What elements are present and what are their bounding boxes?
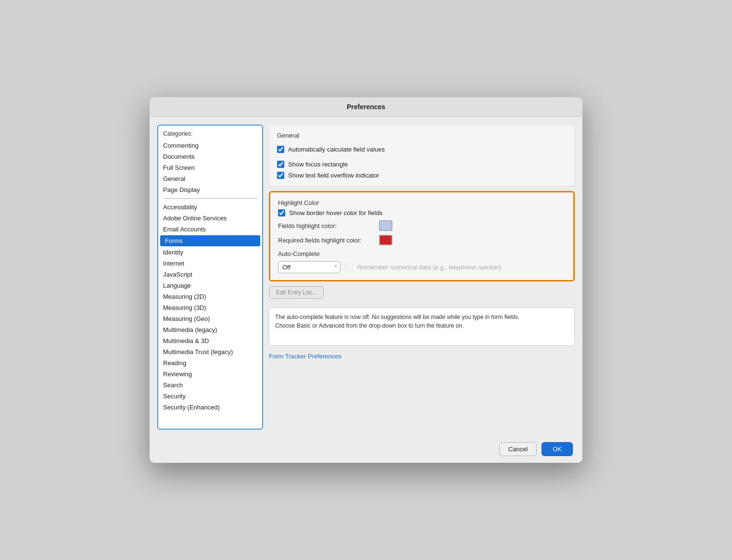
sidebar-item-measuring-3d[interactable]: Measuring (3D) bbox=[158, 302, 262, 313]
sidebar-item-accessibility[interactable]: Accessibility bbox=[158, 202, 262, 213]
autocomplete-section: Auto-Complete Off Basic Advanced ⌃ Remem… bbox=[278, 250, 566, 273]
cancel-button[interactable]: Cancel bbox=[499, 442, 537, 456]
required-highlight-label: Required fields highlight color: bbox=[278, 237, 374, 244]
dialog-title: Preferences bbox=[347, 103, 385, 111]
form-tracker-link[interactable]: Form Tracker Preferences bbox=[269, 353, 575, 360]
autocomplete-select[interactable]: Off Basic Advanced bbox=[278, 261, 341, 273]
autocomplete-row: Off Basic Advanced ⌃ Remember numerical … bbox=[278, 261, 566, 273]
sidebar-item-reviewing[interactable]: Reviewing bbox=[158, 369, 262, 380]
preferences-dialog: Preferences Categories: Commenting Docum… bbox=[150, 97, 582, 463]
sidebar-item-internet[interactable]: Internet bbox=[158, 258, 262, 269]
sidebar-item-reading[interactable]: Reading bbox=[158, 357, 262, 369]
border-hover-label: Show border hover color for fields bbox=[289, 209, 382, 216]
required-highlight-row: Required fields highlight color: bbox=[278, 235, 566, 245]
ok-button[interactable]: OK bbox=[542, 442, 573, 456]
autocomplete-info-box: The auto-complete feature is now off. No… bbox=[269, 307, 575, 346]
sidebar-item-adobe-online-services[interactable]: Adobe Online Services bbox=[158, 213, 262, 224]
show-overflow-label: Show text field overflow indicator bbox=[288, 172, 379, 179]
remember-numerical-label: Remember numerical data (e.g., telephone… bbox=[357, 264, 501, 271]
sidebar-item-full-screen[interactable]: Full Screen bbox=[158, 162, 262, 173]
show-focus-rect-label: Show focus rectangle bbox=[288, 161, 348, 168]
sidebar-item-forms[interactable]: Forms bbox=[160, 235, 260, 246]
autocomplete-title: Auto-Complete bbox=[278, 250, 566, 257]
edit-entry-row: Edit Entry List... bbox=[269, 286, 575, 299]
highlight-section-title: Highlight Color bbox=[278, 199, 566, 206]
general-section-title: General bbox=[277, 132, 567, 139]
sidebar-item-search[interactable]: Search bbox=[158, 380, 262, 391]
sidebar-item-multimedia-3d[interactable]: Multimedia & 3D bbox=[158, 335, 262, 346]
fields-highlight-swatch[interactable] bbox=[379, 220, 392, 231]
sidebar-item-security[interactable]: Security bbox=[158, 391, 262, 402]
sidebar-item-security-enhanced[interactable]: Security (Enhanced) bbox=[158, 402, 262, 413]
sidebar-item-multimedia-trust[interactable]: Multimedia Trust (legacy) bbox=[158, 346, 262, 357]
show-focus-rect-checkbox[interactable] bbox=[277, 161, 284, 168]
sidebar-item-language[interactable]: Language bbox=[158, 280, 262, 291]
sidebar-item-general[interactable]: General bbox=[158, 173, 262, 184]
border-hover-checkbox[interactable] bbox=[278, 209, 285, 216]
sidebar: Categories: Commenting Documents Full Sc… bbox=[157, 125, 263, 430]
sidebar-divider bbox=[163, 198, 257, 199]
sidebar-item-measuring-geo[interactable]: Measuring (Geo) bbox=[158, 313, 262, 324]
required-highlight-swatch[interactable] bbox=[379, 235, 392, 245]
sidebar-item-measuring-2d[interactable]: Measuring (2D) bbox=[158, 291, 262, 302]
calc-field-values-checkbox[interactable] bbox=[277, 146, 284, 153]
sidebar-item-multimedia-legacy[interactable]: Multimedia (legacy) bbox=[158, 324, 262, 335]
fields-highlight-row: Fields highlight color: bbox=[278, 220, 566, 231]
show-overflow-row: Show text field overflow indicator bbox=[277, 172, 567, 179]
show-focus-rect-row: Show focus rectangle bbox=[277, 161, 567, 168]
sidebar-item-email-accounts[interactable]: Email Accounts bbox=[158, 224, 262, 235]
dialog-body: Categories: Commenting Documents Full Sc… bbox=[150, 117, 582, 437]
edit-entry-button[interactable]: Edit Entry List... bbox=[269, 286, 324, 299]
sidebar-item-javascript[interactable]: JavaScript bbox=[158, 269, 262, 280]
general-panel: General Automatically calculate field va… bbox=[269, 125, 575, 186]
highlight-autocomplete-panel: Highlight Color Show border hover color … bbox=[269, 191, 575, 281]
calc-field-values-label: Automatically calculate field values bbox=[288, 146, 385, 153]
border-hover-row: Show border hover color for fields bbox=[278, 209, 566, 216]
sidebar-item-commenting[interactable]: Commenting bbox=[158, 140, 262, 151]
sidebar-item-identity[interactable]: Identity bbox=[158, 247, 262, 258]
dialog-footer: Cancel OK bbox=[150, 437, 582, 463]
sidebar-item-documents[interactable]: Documents bbox=[158, 151, 262, 162]
dialog-titlebar: Preferences bbox=[150, 97, 582, 117]
autocomplete-select-wrapper: Off Basic Advanced ⌃ bbox=[278, 261, 341, 273]
remember-numerical-checkbox[interactable] bbox=[345, 264, 353, 271]
show-overflow-checkbox[interactable] bbox=[277, 172, 284, 179]
main-content: General Automatically calculate field va… bbox=[269, 125, 575, 430]
categories-label: Categories: bbox=[158, 128, 262, 140]
autocomplete-info-text: The auto-complete feature is now off. No… bbox=[275, 314, 519, 329]
sidebar-item-page-display[interactable]: Page Display bbox=[158, 184, 262, 195]
fields-highlight-label: Fields highlight color: bbox=[278, 222, 374, 229]
calc-field-values-row: Automatically calculate field values bbox=[277, 146, 567, 153]
